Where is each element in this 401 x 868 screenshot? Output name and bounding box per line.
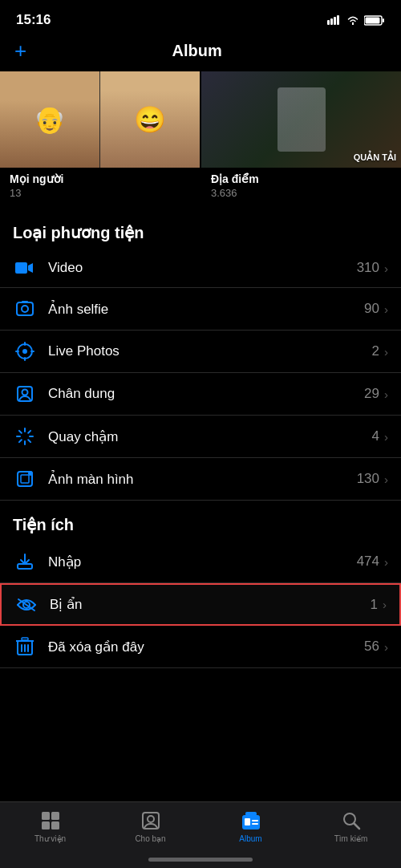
live-photos-count: 2 [372,343,379,359]
screenshot-chevron: › [384,473,388,486]
svg-rect-8 [17,302,33,315]
location-count: 3.636 [201,187,401,199]
tab-for-you[interactable]: Cho bạn [100,810,200,843]
import-count: 474 [357,554,379,570]
live-photos-chevron: › [384,345,388,359]
wifi-icon [346,15,359,25]
svg-point-18 [22,390,28,395]
video-count: 310 [357,260,379,276]
svg-rect-3 [337,15,339,25]
tab-library[interactable]: Thư viện [0,810,100,843]
selfie-chevron: › [384,302,388,316]
thumbnails-section: 👴 😄 Mọi người 13 QUẢN TẢI Địa điểm 3.636 [0,71,401,209]
deleted-chevron: › [384,640,388,654]
add-button[interactable]: + [14,39,26,63]
portrait-chevron: › [384,387,388,401]
location-thumbnail: QUẢN TẢI [201,71,401,168]
tab-for-you-label: Cho bạn [135,834,165,843]
screenshot-count: 130 [357,471,379,487]
utilities-header: Tiện ích [0,501,401,541]
svg-line-52 [354,824,359,829]
svg-rect-47 [245,812,257,816]
svg-rect-28 [21,475,29,483]
svg-rect-10 [22,301,28,303]
svg-rect-48 [245,818,250,825]
location-card [277,87,326,152]
svg-point-45 [148,816,154,822]
video-item[interactable]: Video 310 › [0,249,401,288]
hidden-count: 1 [371,597,378,613]
deleted-item[interactable]: Đã xóa gần đây 56 › [0,626,401,668]
portrait-label: Chân dung [48,386,364,402]
people-thumbnail: 👴 😄 [0,71,200,168]
svg-rect-42 [42,821,50,829]
face-right: 😄 [100,71,200,168]
status-bar: 15:16 [0,0,401,35]
nav-bar: + Album [0,35,401,71]
svg-rect-43 [51,821,59,829]
album-icon [241,810,261,831]
home-indicator [148,858,253,862]
import-item[interactable]: Nhập 474 › [0,541,401,583]
svg-rect-40 [42,812,50,820]
portrait-item[interactable]: Chân dung 29 › [0,373,401,416]
location-album[interactable]: QUẢN TẢI Địa điểm 3.636 [201,71,401,199]
deleted-label: Đã xóa gần đây [48,639,364,655]
svg-point-29 [28,471,33,476]
screenshot-icon [13,469,37,489]
svg-line-26 [19,440,22,442]
selfie-icon [13,299,37,318]
people-label: Mọi người [0,168,200,187]
media-types-header: Loại phương tiện [0,209,401,249]
screenshot-label: Ảnh màn hình [48,471,357,488]
tab-album-label: Album [239,834,261,843]
import-chevron: › [384,555,388,569]
slowmo-item[interactable]: Quay chậm 4 › [0,416,401,458]
video-chevron: › [384,262,388,275]
location-overlay-text: QUẢN TẢI [354,152,396,163]
location-label: Địa điểm [201,168,401,187]
deleted-icon [13,637,37,656]
search-icon [341,810,362,831]
selfie-item[interactable]: Ảnh selfie 90 › [0,288,401,331]
slowmo-icon [13,427,37,446]
svg-rect-0 [327,20,330,25]
svg-line-25 [28,431,30,433]
video-icon [13,261,37,275]
live-photos-item[interactable]: Live Photos 2 › [0,331,401,373]
selfie-label: Ảnh selfie [48,301,364,318]
face-left: 👴 [0,71,99,168]
signal-icon [327,15,342,25]
portrait-count: 29 [364,386,379,402]
deleted-count: 56 [364,639,379,655]
library-icon [40,810,61,831]
svg-rect-6 [366,17,380,23]
svg-rect-41 [51,812,59,820]
battery-icon [364,15,385,26]
screenshot-item[interactable]: Ảnh màn hình 130 › [0,458,401,501]
status-time: 15:16 [16,12,51,28]
import-label: Nhập [48,554,357,570]
scroll-content: 👴 😄 Mọi người 13 QUẢN TẢI Địa điểm 3.636… [0,71,401,797]
svg-rect-36 [22,638,28,640]
svg-point-9 [22,306,28,312]
status-icons [327,15,385,26]
svg-point-12 [22,349,27,354]
page-title: Album [172,42,221,60]
tab-search-label: Tìm kiếm [334,834,368,843]
live-photos-icon [13,342,37,361]
tab-search[interactable]: Tìm kiếm [301,810,401,843]
svg-line-24 [28,440,30,442]
live-photos-label: Live Photos [48,343,372,359]
video-label: Video [48,260,357,276]
tab-album[interactable]: Album [200,810,301,843]
selfie-count: 90 [364,301,379,317]
people-album[interactable]: 👴 😄 Mọi người 13 [0,71,200,199]
import-icon [13,552,37,571]
svg-rect-1 [330,18,333,25]
hidden-label: Bị ẩn [50,596,371,613]
hidden-item[interactable]: Bị ẩn 1 › [0,583,401,626]
for-you-icon [140,810,161,831]
tab-library-label: Thư viện [34,834,66,843]
svg-rect-5 [383,18,384,22]
